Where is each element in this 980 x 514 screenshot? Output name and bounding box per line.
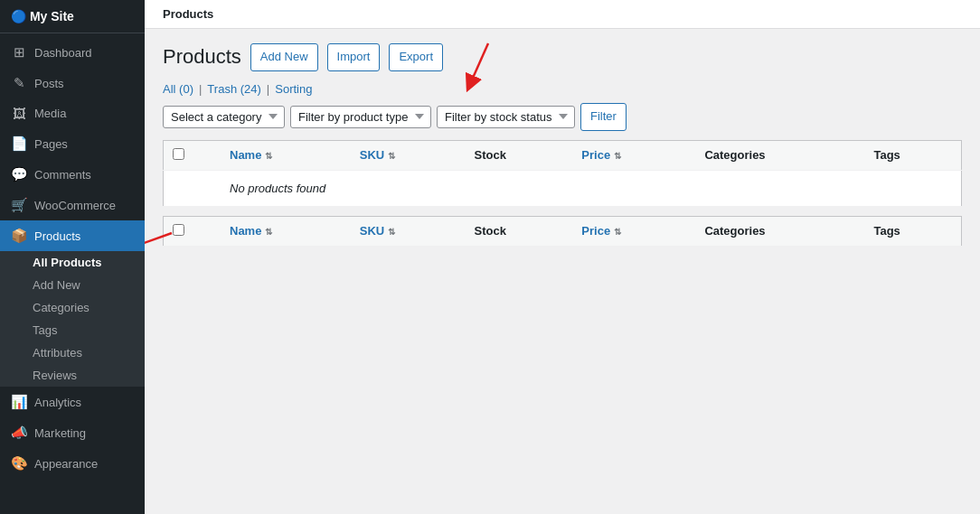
sidebar-item-label: Marketing xyxy=(34,426,86,440)
sidebar-item-products[interactable]: 📦 Products xyxy=(0,220,145,251)
categories-col-header: Categories xyxy=(695,140,864,170)
media-icon: 🖼 xyxy=(11,106,27,121)
sidebar-item-label: Analytics xyxy=(34,396,81,409)
add-new-button[interactable]: Add New xyxy=(250,43,318,71)
no-results-message: No products found xyxy=(221,170,962,206)
sidebar-item-pages[interactable]: 📄 Pages xyxy=(0,128,145,159)
name-col-header-bottom[interactable]: Name ⇅ xyxy=(221,216,351,246)
tags-col-header-bottom: Tags xyxy=(864,216,961,246)
products-table-top: Name ⇅ SKU ⇅ Stock Price ⇅ Categories xyxy=(163,140,962,207)
name-sort-icon-bottom: ⇅ xyxy=(265,227,272,237)
topbar-title: Products xyxy=(163,7,213,21)
posts-icon: ✎ xyxy=(11,75,27,91)
sidebar-item-media[interactable]: 🖼 Media xyxy=(0,98,145,128)
products-table-bottom: Name ⇅ SKU ⇅ Stock Price ⇅ Categories xyxy=(163,216,962,247)
sku-sort-icon-bottom: ⇅ xyxy=(388,227,395,237)
sidebar-item-label: Pages xyxy=(34,137,68,151)
tab-all[interactable]: All (0) xyxy=(163,82,193,96)
no-results-row: No products found xyxy=(164,170,962,206)
page-content-wrapper: Products Add New Import Export All (0) |… xyxy=(163,43,962,247)
tags-col-header: Tags xyxy=(864,140,961,170)
wp-logo: 🔵 My Site xyxy=(11,9,74,23)
price-col-header[interactable]: Price ⇅ xyxy=(572,140,695,170)
marketing-icon: 📣 xyxy=(11,425,27,441)
pages-icon: 📄 xyxy=(11,136,27,152)
sidebar-item-label: Products xyxy=(34,229,80,243)
sidebar-item-marketing[interactable]: 📣 Marketing xyxy=(0,417,145,448)
sidebar: 🔵 My Site ⊞ Dashboard ✎ Posts 🖼 Media 📄 … xyxy=(0,0,145,514)
analytics-icon: 📊 xyxy=(11,394,27,410)
sidebar-sub-categories[interactable]: Categories xyxy=(0,296,145,319)
select-all-checkbox-bottom[interactable] xyxy=(173,224,184,236)
sidebar-item-comments[interactable]: 💬 Comments xyxy=(0,159,145,190)
sidebar-sub-all-products[interactable]: All Products xyxy=(0,251,145,274)
img-col xyxy=(193,140,221,170)
price-sort-icon-bottom: ⇅ xyxy=(614,227,621,237)
price-col-header-bottom[interactable]: Price ⇅ xyxy=(572,216,695,246)
product-type-select[interactable]: Filter by product type xyxy=(290,106,431,128)
table-header-row: Name ⇅ SKU ⇅ Stock Price ⇅ Categories xyxy=(164,140,962,170)
import-button[interactable]: Import xyxy=(327,43,381,71)
img-col-bottom xyxy=(193,216,221,246)
woocommerce-icon: 🛒 xyxy=(11,197,27,213)
table-header-row-bottom: Name ⇅ SKU ⇅ Stock Price ⇅ Categories xyxy=(164,216,962,246)
sidebar-item-appearance[interactable]: 🎨 Appearance xyxy=(0,448,145,479)
filter-row: Select a category Filter by product type… xyxy=(163,103,962,131)
filter-tab-bar: All (0) | Trash (24) | Sorting xyxy=(163,82,962,96)
stock-col-header: Stock xyxy=(466,140,573,170)
sidebar-item-label: Appearance xyxy=(34,457,98,471)
name-sort-icon: ⇅ xyxy=(265,151,272,161)
select-all-col xyxy=(164,140,194,170)
tab-trash[interactable]: Trash (24) xyxy=(207,82,261,96)
sku-col-header-bottom[interactable]: SKU ⇅ xyxy=(351,216,466,246)
sku-col-header[interactable]: SKU ⇅ xyxy=(351,140,466,170)
sidebar-item-label: Dashboard xyxy=(34,46,92,60)
price-sort-icon: ⇅ xyxy=(614,151,621,161)
categories-col-header-bottom: Categories xyxy=(695,216,864,246)
page-title: Products xyxy=(163,45,241,69)
sidebar-item-label: WooCommerce xyxy=(34,199,116,212)
sidebar-item-label: Media xyxy=(34,107,66,120)
products-submenu: All Products Add New Categories Tags Att… xyxy=(0,251,145,387)
products-icon: 📦 xyxy=(11,228,27,244)
sidebar-sub-add-new[interactable]: Add New xyxy=(0,274,145,296)
sidebar-sub-reviews[interactable]: Reviews xyxy=(0,364,145,387)
stock-col-header-bottom: Stock xyxy=(466,216,573,246)
select-all-col-bottom xyxy=(164,216,194,246)
name-col-header[interactable]: Name ⇅ xyxy=(221,140,351,170)
tab-sorting[interactable]: Sorting xyxy=(275,82,312,96)
export-button[interactable]: Export xyxy=(389,43,443,71)
sidebar-sub-attributes[interactable]: Attributes xyxy=(0,341,145,364)
sidebar-item-woocommerce[interactable]: 🛒 WooCommerce xyxy=(0,190,145,220)
sidebar-item-label: Posts xyxy=(34,77,64,90)
main-content: Products Add New Import Export All (0) |… xyxy=(145,29,980,514)
category-select[interactable]: Select a category xyxy=(163,106,285,128)
main-area: Products Products Add New Import Export xyxy=(145,0,980,514)
dashboard-icon: ⊞ xyxy=(11,44,27,61)
sku-sort-icon: ⇅ xyxy=(388,151,395,161)
select-all-checkbox[interactable] xyxy=(173,148,184,160)
sidebar-item-dashboard[interactable]: ⊞ Dashboard xyxy=(0,37,145,68)
stock-status-select[interactable]: Filter by stock status xyxy=(437,106,575,128)
sidebar-item-posts[interactable]: ✎ Posts xyxy=(0,68,145,98)
filter-button[interactable]: Filter xyxy=(580,103,627,131)
sidebar-item-analytics[interactable]: 📊 Analytics xyxy=(0,387,145,417)
page-header: Products Add New Import Export xyxy=(163,43,962,71)
sidebar-sub-tags[interactable]: Tags xyxy=(0,319,145,341)
topbar: Products xyxy=(145,0,980,29)
comments-icon: 💬 xyxy=(11,166,27,182)
appearance-icon: 🎨 xyxy=(11,455,27,472)
sidebar-item-label: Comments xyxy=(34,168,91,182)
